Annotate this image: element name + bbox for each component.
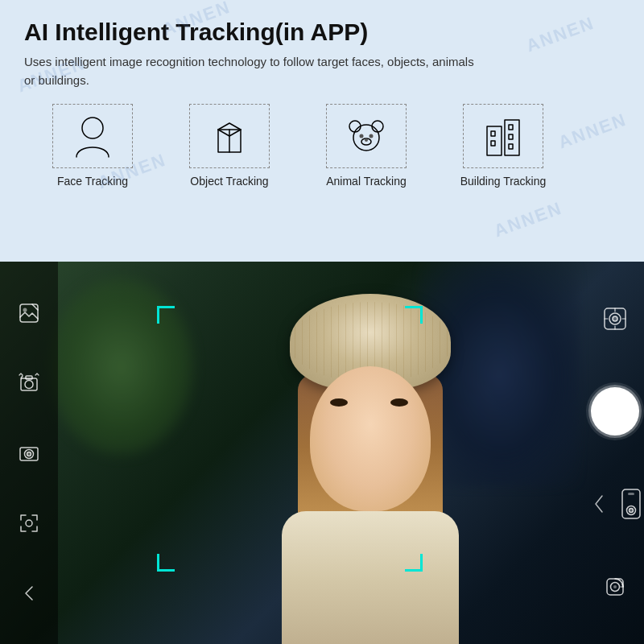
svg-point-34 (613, 585, 617, 588)
tracking-item-object: Object Tracking (161, 104, 298, 188)
svg-point-24 (26, 520, 32, 526)
tracking-item-animal: Animal Tracking (298, 104, 435, 188)
page-title: AI Intelligent Tracking(in APP) (24, 18, 620, 47)
animal-icon (331, 109, 402, 163)
svg-rect-15 (509, 144, 513, 149)
camera-left-sidebar (0, 262, 58, 644)
camera-flip-icon[interactable] (13, 367, 45, 399)
gallery-icon[interactable] (13, 297, 45, 329)
svg-point-23 (27, 452, 31, 456)
svg-rect-14 (509, 134, 513, 139)
watermark: ANNEN (491, 198, 565, 242)
subject-eye-left (330, 398, 348, 407)
animal-tracking-label: Animal Tracking (326, 175, 407, 188)
svg-point-6 (369, 134, 374, 138)
svg-point-30 (630, 508, 634, 512)
subject-woman (225, 262, 547, 644)
svg-rect-12 (491, 141, 495, 146)
svg-point-0 (82, 118, 103, 138)
camera-section (0, 262, 644, 644)
svg-point-17 (23, 308, 27, 312)
tracking-item-building: Building Tracking (435, 104, 572, 188)
shutter-button[interactable] (591, 387, 639, 436)
animal-icon-box (326, 104, 407, 168)
face-tracking-label: Face Tracking (57, 175, 128, 188)
top-section: ANNEN ANNEN ANNEN ANNEN ANNEN ANNEN AI I… (0, 0, 644, 262)
subject-face (310, 366, 431, 511)
svg-rect-11 (491, 131, 495, 136)
subject-eye-right (390, 398, 408, 407)
bg-blob-trees (48, 278, 193, 455)
building-tracking-label: Building Tracking (460, 175, 547, 188)
back-icon[interactable] (13, 577, 45, 609)
page-subtitle: Uses intelligent image recognition techn… (24, 53, 475, 89)
building-icon-box (463, 104, 543, 168)
phone-camera-group (584, 489, 644, 518)
focus-icon[interactable] (13, 507, 45, 539)
face-icon (57, 109, 128, 163)
svg-point-8 (365, 138, 368, 142)
phone-camera-icon[interactable] (617, 489, 644, 518)
svg-point-2 (353, 125, 379, 151)
building-icon (468, 109, 539, 163)
svg-rect-20 (26, 376, 32, 379)
box-icon (194, 109, 265, 163)
face-icon-box (52, 104, 133, 168)
object-tracking-label: Object Tracking (190, 175, 268, 188)
tracking-features-row: Face Tracking Object Tracking (24, 104, 620, 188)
camera-circle-icon[interactable] (13, 437, 45, 469)
tracking-item-face: Face Tracking (24, 104, 161, 188)
camera-right-sidebar (586, 262, 644, 644)
chevron-left-icon[interactable] (584, 489, 613, 518)
svg-point-27 (613, 316, 617, 321)
tracking-mode-icon[interactable] (601, 304, 630, 333)
subject-outfit (282, 511, 459, 644)
svg-rect-31 (628, 493, 634, 495)
object-icon-box (189, 104, 270, 168)
svg-point-5 (360, 134, 364, 138)
rotate-camera-icon[interactable] (601, 572, 630, 601)
svg-rect-13 (509, 125, 513, 130)
svg-point-19 (25, 380, 33, 388)
